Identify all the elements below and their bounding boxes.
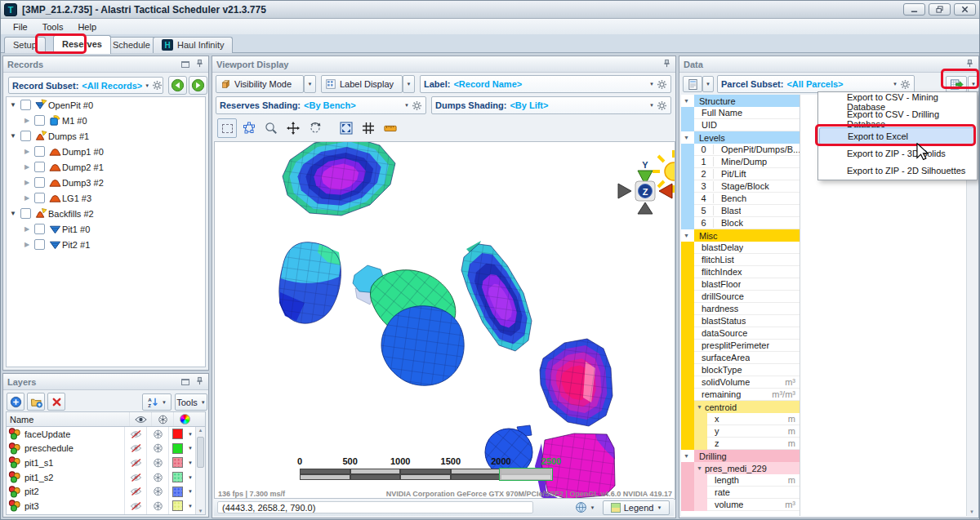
minimize-button[interactable] xyxy=(903,3,925,16)
visibility-off-icon[interactable] xyxy=(125,473,146,482)
data-field-openpit-dumps-b[interactable]: 0OpenPit/Dumps/B... xyxy=(681,144,800,156)
layer-row[interactable]: pit1_s2▼ xyxy=(7,470,205,485)
fit-view-button[interactable] xyxy=(336,118,356,138)
label-display-dropdown[interactable]: ▼ xyxy=(403,75,415,93)
record-tree-item[interactable]: ▼Dumps #1 xyxy=(7,128,205,144)
data-field-y[interactable]: ym xyxy=(681,425,800,438)
data-field-bench[interactable]: 4Bench xyxy=(681,193,800,205)
grid-toggle-button[interactable] xyxy=(359,118,378,138)
visibility-off-icon[interactable] xyxy=(125,501,146,511)
checkbox[interactable] xyxy=(20,131,31,141)
data-group-misc[interactable]: ▼Misc xyxy=(681,229,800,242)
rectangle-select-tool[interactable] xyxy=(217,118,237,138)
prev-record-button[interactable] xyxy=(168,76,187,95)
sort-layers-button[interactable]: AZ▼ xyxy=(142,393,172,411)
record-tree-item[interactable]: ▶Pit2 #1 xyxy=(7,237,205,252)
layer-row[interactable]: preschedule▼ xyxy=(7,442,205,456)
chevron-down-icon[interactable]: ▼ xyxy=(185,504,195,509)
expander-icon[interactable]: ▶ xyxy=(22,148,32,155)
collapse-icon[interactable]: ▼ xyxy=(681,98,692,104)
data-field-x[interactable]: xm xyxy=(681,413,800,425)
data-field-z[interactable]: zm xyxy=(681,438,800,450)
collapse-icon[interactable]: ▼ xyxy=(681,135,692,140)
pin-icon[interactable] xyxy=(195,59,204,69)
minimize-panel-icon[interactable] xyxy=(181,379,189,385)
menu-file[interactable]: File xyxy=(6,20,35,33)
gear-icon[interactable] xyxy=(657,79,667,90)
next-record-button[interactable] xyxy=(189,76,207,95)
data-group-pres-medi-229[interactable]: ▼pres_medi_229 xyxy=(681,462,800,474)
menu-help[interactable]: Help xyxy=(70,20,104,33)
record-tree-item[interactable]: ▶Pit1 #0 xyxy=(7,221,205,237)
wireframe-icon[interactable] xyxy=(147,487,168,496)
add-layer-button[interactable] xyxy=(7,393,24,411)
wireframe-icon[interactable] xyxy=(147,501,168,511)
gear-icon[interactable] xyxy=(412,100,422,111)
record-tree-item[interactable]: ▶Dump1 #0 xyxy=(7,144,205,159)
layers-tools-button[interactable]: Tools▼ xyxy=(175,393,207,411)
record-tree-item[interactable]: ▶LG1 #3 xyxy=(7,190,205,206)
data-group-levels[interactable]: ▼Levels xyxy=(681,131,800,144)
expander-icon[interactable]: ▼ xyxy=(8,101,18,109)
pin-icon[interactable] xyxy=(195,376,204,387)
label-display-button[interactable]: Label Display xyxy=(321,75,403,93)
tab-haul-infinity[interactable]: HHaul Infinity xyxy=(153,37,233,53)
record-tree-item[interactable]: ▼OpenPit #0 xyxy=(7,97,205,113)
data-group-centroid[interactable]: ▼centroid xyxy=(681,401,800,413)
checkbox[interactable] xyxy=(20,208,31,219)
gear-icon[interactable] xyxy=(152,80,163,91)
data-field-remaining[interactable]: remainingm³/m³ xyxy=(681,389,800,401)
record-subset-combo[interactable]: Record Subset: <All Records> ▼ xyxy=(8,77,163,94)
menu-item-export-to-zip-3d-solids[interactable]: Export to ZIP - 3D Solids xyxy=(819,144,976,162)
layer-color-swatch[interactable] xyxy=(172,472,183,482)
chevron-down-icon[interactable]: ▼ xyxy=(185,475,195,480)
menu-item-export-to-zip-2d-silhouettes[interactable]: Export to ZIP - 2D Silhouettes xyxy=(819,162,976,179)
expander-icon[interactable]: ▶ xyxy=(22,241,32,248)
collapse-icon[interactable]: ▼ xyxy=(681,453,692,459)
add-folder-button[interactable] xyxy=(27,393,45,411)
viewport-canvas[interactable]: Y Z X 05001000150020002500 136 fps | 7.3… xyxy=(214,141,675,500)
layer-row[interactable]: faceUpdate▼ xyxy=(7,427,205,442)
layer-color-swatch[interactable] xyxy=(172,457,183,468)
visibility-off-icon[interactable] xyxy=(125,429,146,439)
layer-row[interactable]: dump1▼ xyxy=(7,513,205,515)
chevron-down-icon[interactable]: ▼ xyxy=(185,446,195,451)
record-tree-item[interactable]: ▶Dump3 #2 xyxy=(7,175,205,190)
visibility-off-icon[interactable] xyxy=(125,487,146,496)
data-field-flitchindex[interactable]: flitchIndex xyxy=(681,266,800,278)
delete-layer-button[interactable] xyxy=(47,393,65,411)
record-tree-item[interactable]: ▶M1 #0 xyxy=(7,113,205,128)
gear-icon[interactable] xyxy=(900,79,911,90)
menu-item-export-to-csv-mining-database[interactable]: Export to CSV - Mining Database xyxy=(819,93,976,110)
checkbox[interactable] xyxy=(34,162,45,172)
data-field-drillsource[interactable]: drillSource xyxy=(681,291,800,303)
visibility-mode-dropdown[interactable]: ▼ xyxy=(304,75,316,93)
parcel-subset-combo[interactable]: Parcel Subset: <All Parcels> ▼ xyxy=(717,75,915,93)
layer-color-swatch[interactable] xyxy=(172,429,183,439)
view-mode-button[interactable]: ▼ xyxy=(571,500,599,515)
expander-icon[interactable]: ▼ xyxy=(8,132,18,140)
expander-icon[interactable]: ▼ xyxy=(8,210,18,217)
layer-row[interactable]: pit3▼ xyxy=(7,499,205,513)
data-field-datasource[interactable]: dataSource xyxy=(681,327,800,340)
visibility-off-icon[interactable] xyxy=(125,443,146,453)
layers-column-header[interactable]: Name xyxy=(6,411,206,427)
data-field-rate[interactable]: rate xyxy=(681,487,800,499)
data-group-structure[interactable]: ▼Structure xyxy=(681,95,800,107)
polygon-select-tool[interactable] xyxy=(239,118,259,138)
collapse-icon[interactable]: ▼ xyxy=(694,465,705,471)
record-tree-item[interactable]: ▶Dump2 #1 xyxy=(7,159,205,175)
orbit-tool[interactable] xyxy=(305,118,325,138)
wireframe-icon[interactable] xyxy=(147,458,168,468)
data-field-flitchlist[interactable]: flitchList xyxy=(681,254,800,266)
layer-row[interactable]: pit2▼ xyxy=(7,484,205,499)
report-dropdown[interactable]: ▼ xyxy=(702,76,714,92)
checkbox[interactable] xyxy=(20,100,31,110)
dumps-shading-combo[interactable]: Dumps Shading: <By Lift> ▼ xyxy=(431,96,671,114)
zoom-tool[interactable] xyxy=(261,118,281,138)
menu-tools[interactable]: Tools xyxy=(35,20,71,33)
layer-row[interactable]: pit1_s1▼ xyxy=(7,456,205,470)
data-field-solidvolume[interactable]: solidVolumem³ xyxy=(681,376,800,389)
data-field-blocktype[interactable]: blockType xyxy=(681,364,800,376)
data-group-drilling[interactable]: ▼Drilling xyxy=(681,450,800,462)
